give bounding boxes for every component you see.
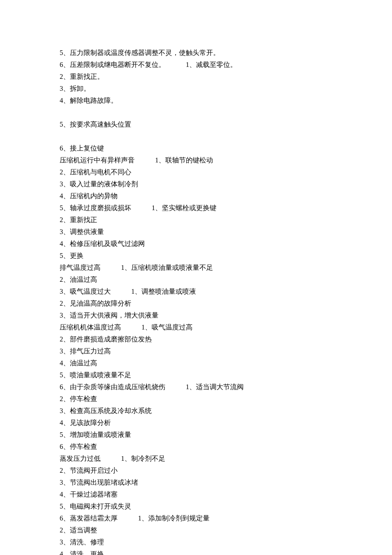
text-line: 3、检查高压系统及冷却水系统 — [60, 405, 332, 417]
text-line: 3、拆卸。 — [60, 83, 332, 95]
text-line: 6、压差限制或继电器断开不复位。 1、减载至零位。 — [60, 59, 332, 71]
text-line: 4、检修压缩机及吸气过滤网 — [60, 238, 332, 250]
text-line: 4、干燥过滤器堵塞 — [60, 489, 332, 500]
text-line: 3、适当开大供液阀，增大供液量 — [60, 309, 332, 321]
text-line: 2、压缩机与电机不同心 — [60, 166, 332, 178]
text-line: 4、油温过高 — [60, 357, 332, 369]
text-line: 6、由于杂质等缘由造成压缩机烧伤 1、适当调大节流阀 — [60, 381, 332, 393]
text-line: 2、重新找正 — [60, 214, 332, 226]
text-line: 3、调整供液量 — [60, 226, 332, 238]
text-line: 5、电磁阀未打开或失灵 — [60, 500, 332, 512]
text-line: 2、油温过高 — [60, 274, 332, 286]
text-line: 3、吸气温度过大 1、调整喷油量或喷液 — [60, 286, 332, 298]
text-line: 2、部件磨损造成磨擦部位发热 — [60, 333, 332, 345]
blank-line — [60, 107, 332, 119]
text-line: 2、见油温高的故障分析 — [60, 298, 332, 309]
text-line: 2、重新找正。 — [60, 71, 332, 83]
text-line: 6、接上复位键 — [60, 142, 332, 154]
text-line: 3、节流阀出现脏堵或冰堵 — [60, 477, 332, 489]
text-line: 3、排气压力过高 — [60, 345, 332, 357]
text-line: 4、解除电路故障。 — [60, 95, 332, 107]
blank-line — [60, 130, 332, 142]
text-line: 3、清洗、修理 — [60, 536, 332, 548]
text-line: 6、蒸发器结霜太厚 1、添加制冷剂到规定量 — [60, 512, 332, 524]
text-line: 4、见该故障分析 — [60, 417, 332, 429]
text-line: 6、停车检查 — [60, 441, 332, 453]
text-line: 2、停车检查 — [60, 393, 332, 405]
text-line: 2、节流阀开启过小 — [60, 465, 332, 477]
text-line: 5、喷油量或喷液量不足 — [60, 369, 332, 381]
text-line: 排气温度过高 1、压缩机喷油量或喷液量不足 — [60, 262, 332, 274]
text-line: 蒸发压力过低 1、制冷剂不足 — [60, 453, 332, 465]
text-line: 5、增加喷油量或喷液量 — [60, 429, 332, 441]
text-line: 5、压力限制器或温度传感器调整不灵，使触头常开。 — [60, 47, 332, 59]
text-line: 4、压缩机内的异物 — [60, 190, 332, 202]
text-line: 3、吸入过量的液体制冷剂 — [60, 178, 332, 190]
text-line: 5、轴承过度磨损或损坏 1、坚实螺栓或更换键 — [60, 202, 332, 214]
text-line: 4、清洗、更换 — [60, 548, 332, 555]
document-page: 5、压力限制器或温度传感器调整不灵，使触头常开。6、压差限制或继电器断开不复位。… — [0, 0, 392, 555]
text-line: 5、更换 — [60, 250, 332, 262]
text-line: 2、适当调整 — [60, 524, 332, 536]
text-line: 压缩机运行中有异样声音 1、联轴节的键松动 — [60, 154, 332, 166]
text-line: 压缩机机体温度过高 1、吸气温度过高 — [60, 321, 332, 333]
text-line: 5、按要求高速触头位置 — [60, 119, 332, 130]
